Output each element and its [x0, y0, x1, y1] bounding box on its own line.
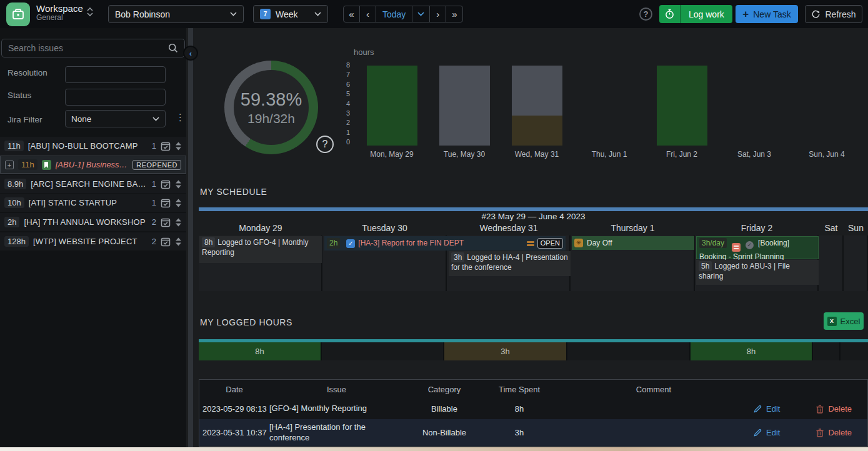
calendar-check-icon[interactable]	[161, 179, 171, 189]
progress-hours-ratio: 19h/32h	[247, 111, 295, 126]
logged-segment-friday[interactable]: 8h	[691, 342, 813, 360]
search-input[interactable]	[8, 43, 163, 53]
dayoff-event-thursday[interactable]: ✳ Day Off	[572, 236, 694, 250]
worklog-issue: [HA-4] Presentation for the conference	[269, 422, 404, 444]
logged-segment-monday[interactable]: 8h	[199, 342, 322, 360]
search-icon[interactable]	[168, 43, 178, 53]
dayoff-icon: ✳	[574, 239, 583, 247]
workspace-switcher[interactable]: Workspace General	[36, 3, 83, 22]
project-row-ha[interactable]: 2h [HA] 7TH ANNUAL WORKSHOP 2	[0, 213, 186, 231]
y-tick-label: 5	[346, 91, 350, 97]
project-row-wtp[interactable]: 128h [WTP] WEBSITE PROJECT 2	[0, 232, 186, 250]
trash-icon	[816, 429, 824, 437]
logged-segment-wednesday[interactable]: 3h	[444, 342, 567, 360]
schedule-day-cell[interactable]	[819, 235, 844, 291]
worklog-row[interactable]: 2023-05-29 08:13 [GFO-4] Monthly Reporti…	[199, 399, 867, 419]
nav-next-button[interactable]: ›	[430, 6, 446, 22]
logged-segment-saturday[interactable]	[813, 342, 841, 360]
workspace-expand-icon[interactable]	[87, 7, 93, 16]
new-task-button[interactable]: + New Task	[736, 5, 798, 23]
event-hours-badge: 5h	[699, 261, 712, 271]
event-hours-badge: 3h/day	[699, 238, 727, 248]
plus-icon: +	[742, 8, 749, 21]
progress-percent: 59.38%	[241, 89, 302, 110]
refresh-button[interactable]: Refresh	[805, 5, 862, 23]
sort-arrows-icon[interactable]	[175, 237, 182, 246]
calendar-check-icon[interactable]	[161, 237, 171, 247]
project-label: [ATI] STATIC STARTUP	[29, 198, 147, 207]
delete-worklog-button[interactable]: Delete	[816, 428, 852, 437]
workspace-logo-icon[interactable]	[6, 2, 30, 26]
issue-row-abu-1[interactable]: + 11h [ABU-1] Business Analyt... REOPENE…	[0, 156, 186, 174]
booking-event-friday[interactable]: 3h/day ✓ [Booking] Booking - Sprint Plan…	[696, 236, 819, 259]
bar-segment-not-logged[interactable]	[512, 66, 562, 116]
project-hours-badge: 128h	[4, 236, 29, 247]
bookmark-icon	[42, 160, 51, 170]
sort-arrows-icon[interactable]	[175, 142, 182, 151]
worklog-event-wednesday[interactable]: 3hLogged to HA-4 | Presentation for the …	[449, 251, 571, 276]
bar-segment-logged-billable[interactable]	[657, 66, 707, 146]
excel-label: Excel	[841, 317, 861, 326]
chevron-down-icon	[230, 12, 237, 16]
task-title[interactable]: [HA-3] Report for the FIN DEPT	[358, 238, 523, 248]
worklog-time-spent: 3h	[485, 428, 554, 437]
project-label: [ARC] SEARCH ENGINE BANDI...	[31, 179, 147, 189]
logged-segment-sunday[interactable]	[841, 342, 868, 360]
sidebar-collapse-button[interactable]: ‹	[183, 46, 198, 61]
hours-bar-chart: 876543210 Mon, May 29Tue, May 30Wed, May…	[340, 62, 863, 146]
y-tick-label: 4	[346, 101, 350, 107]
expand-icon[interactable]: +	[5, 161, 14, 169]
y-tick-label: 6	[346, 81, 350, 88]
project-row-abu[interactable]: 11h [ABU] NO-BULL BOOTCAMP 1	[0, 137, 186, 155]
approved-seal-icon: ✓	[746, 241, 754, 249]
today-button[interactable]: Today	[376, 6, 412, 22]
logged-segment-tuesday[interactable]	[322, 342, 444, 360]
bar-segment-logged-billable[interactable]	[367, 66, 417, 146]
logged-segment-thursday[interactable]	[567, 342, 691, 360]
log-work-button[interactable]: Log work	[659, 5, 732, 23]
worklog-event-monday[interactable]: 8hLogged to GFO-4 | Monthly Reporting	[199, 236, 322, 263]
delete-worklog-button[interactable]: Delete	[816, 404, 852, 414]
day-header: Friday 2	[695, 223, 819, 233]
bar-segment-logged-non-billable[interactable]	[512, 116, 562, 146]
event-text: Logged to ABU-3 | File sharing	[699, 262, 790, 280]
nav-last-button[interactable]: »	[446, 6, 462, 22]
excel-icon: X	[827, 317, 837, 326]
help-icon[interactable]: ?	[639, 7, 652, 21]
project-issue-count: 2	[152, 237, 156, 246]
jira-filter-label: Jira Filter	[7, 115, 42, 124]
task-event-tuesday[interactable]: 2h ✓ [HA-3] Report for the FIN DEPT OPEN	[324, 236, 566, 250]
user-select[interactable]: Bob Robinson	[108, 5, 244, 23]
task-checkbox-icon[interactable]: ✓	[346, 239, 355, 248]
sort-arrows-icon[interactable]	[175, 199, 182, 207]
sort-arrows-icon[interactable]	[175, 218, 182, 227]
bar-segment-not-logged[interactable]	[439, 66, 490, 146]
booking-icon	[732, 243, 741, 252]
today-dropdown-button[interactable]	[412, 6, 430, 22]
edit-worklog-button[interactable]: Edit	[754, 428, 780, 437]
stopwatch-icon[interactable]	[659, 5, 681, 23]
kebab-menu-icon[interactable]: ⋮	[176, 112, 185, 123]
worklog-row[interactable]: 2023-05-31 10:37 [HA-4] Presentation for…	[199, 419, 867, 446]
donut-help-icon[interactable]: ?	[316, 136, 334, 153]
calendar-check-icon[interactable]	[161, 217, 171, 227]
calendar-check-icon[interactable]	[161, 198, 171, 208]
schedule-day-cell[interactable]	[844, 235, 868, 291]
sort-arrows-icon[interactable]	[175, 180, 182, 189]
export-excel-button[interactable]: X Excel	[824, 312, 864, 330]
calendar-check-icon[interactable]	[161, 141, 171, 151]
jira-filter-select[interactable]: None	[65, 110, 166, 127]
issue-label[interactable]: [ABU-1] Business Analyt...	[56, 160, 129, 169]
schedule-week-bar[interactable]	[199, 207, 868, 211]
resolution-input[interactable]	[65, 66, 166, 83]
schedule-section-title: MY SCHEDULE	[200, 187, 267, 197]
project-row-arc[interactable]: 8.9h [ARC] SEARCH ENGINE BANDI... 1	[0, 175, 186, 193]
nav-prev-button[interactable]: ‹	[360, 6, 376, 22]
status-input[interactable]	[65, 89, 166, 106]
nav-first-button[interactable]: «	[344, 6, 360, 22]
worklog-event-friday[interactable]: 5hLogged to ABU-3 | File sharing	[696, 260, 819, 285]
column-header-comment: Comment	[554, 385, 754, 394]
view-mode-select[interactable]: 7 Week	[253, 5, 328, 23]
project-row-ati[interactable]: 10h [ATI] STATIC STARTUP 1	[0, 194, 186, 212]
edit-worklog-button[interactable]: Edit	[754, 404, 780, 414]
